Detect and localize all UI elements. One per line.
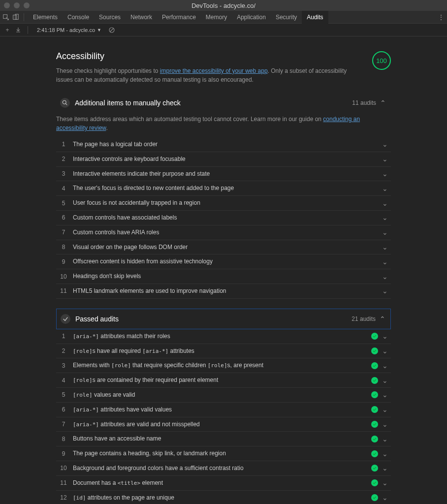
passed-audits-section: Passed audits 21 audits xyxy=(56,309,391,329)
tab-sources[interactable]: Sources xyxy=(94,11,126,24)
expand-chevron-icon[interactable] xyxy=(382,392,389,397)
expand-chevron-icon[interactable] xyxy=(382,422,389,427)
audit-title: Headings don't skip levels xyxy=(69,272,382,281)
tab-elements[interactable]: Elements xyxy=(28,11,63,24)
inspect-element-icon[interactable] xyxy=(2,13,10,21)
expand-chevron-icon[interactable] xyxy=(382,230,389,235)
accessibility-header: Accessibility These checks highlight opp… xyxy=(56,51,391,84)
audit-index: 6 xyxy=(58,214,69,221)
section-count: 21 audits xyxy=(351,315,376,322)
audit-row[interactable]: 6Custom controls have associated labels xyxy=(56,211,391,225)
expand-chevron-icon[interactable] xyxy=(382,274,389,279)
tab-network[interactable]: Network xyxy=(126,11,157,24)
main-content: Accessibility These checks highlight opp… xyxy=(36,36,411,504)
expand-chevron-icon[interactable] xyxy=(382,157,389,161)
expand-chevron-icon[interactable] xyxy=(382,142,389,147)
desc-text: These items address areas which an autom… xyxy=(56,116,323,123)
audit-run-dropdown[interactable]: 2:41:18 PM - adcycle.co ▼ xyxy=(34,26,104,34)
expand-chevron-icon[interactable] xyxy=(382,186,389,191)
audit-title: The user's focus is directed to new cont… xyxy=(69,184,382,192)
expand-chevron-icon[interactable] xyxy=(382,259,389,264)
expand-chevron-icon[interactable] xyxy=(382,480,389,485)
minimize-window-button[interactable] xyxy=(14,2,20,8)
kebab-menu-icon[interactable]: ⋮ xyxy=(437,14,445,21)
audit-row[interactable]: 12[id] attributes on the page are unique xyxy=(56,491,391,504)
expand-chevron-icon[interactable] xyxy=(382,466,389,471)
audit-row[interactable]: 8Buttons have an accessible name xyxy=(56,432,391,446)
expand-chevron-icon[interactable] xyxy=(382,201,389,206)
improve-accessibility-link[interactable]: improve the accessibility of your web ap… xyxy=(160,67,268,74)
expand-chevron-icon[interactable] xyxy=(382,348,389,353)
tab-audits[interactable]: Audits xyxy=(302,11,328,24)
audit-row[interactable]: 4The user's focus is directed to new con… xyxy=(56,181,391,196)
audit-row[interactable]: 6[aria-*] attributes have valid values xyxy=(56,403,391,417)
audit-row[interactable]: 10Headings don't skip levels xyxy=(56,269,391,284)
audit-row[interactable]: 7[aria-*] attributes are valid and not m… xyxy=(56,417,391,432)
audit-row[interactable]: 2[role]s have all required [aria-*] attr… xyxy=(56,344,391,359)
audit-row[interactable]: 9Offscreen content is hidden from assist… xyxy=(56,254,391,269)
audit-row[interactable]: 3Interactive elements indicate their pur… xyxy=(56,167,391,182)
audit-row[interactable]: 5User focus is not accidentally trapped … xyxy=(56,196,391,211)
expand-chevron-icon[interactable] xyxy=(382,245,389,250)
audit-index: 2 xyxy=(58,156,69,162)
collapse-chevron-icon xyxy=(380,99,387,106)
search-icon xyxy=(60,98,70,108)
audit-row[interactable]: 2Interactive controls are keyboard focus… xyxy=(56,152,391,167)
section-title: Additional items to manually check xyxy=(75,99,352,107)
tab-performance[interactable]: Performance xyxy=(157,11,201,24)
pass-status-icon xyxy=(371,377,378,384)
tab-memory[interactable]: Memory xyxy=(201,11,232,24)
tab-application[interactable]: Application xyxy=(232,11,271,24)
svg-point-5 xyxy=(63,100,66,104)
audit-index: 9 xyxy=(58,450,69,457)
download-icon[interactable] xyxy=(15,27,22,33)
tab-security[interactable]: Security xyxy=(271,11,302,24)
audit-title: The page has a logical tab order xyxy=(69,140,382,149)
audit-index: 9 xyxy=(58,258,69,265)
svg-line-4 xyxy=(110,28,113,32)
expand-chevron-icon[interactable] xyxy=(382,363,389,368)
device-toggle-icon[interactable] xyxy=(12,13,20,21)
audit-row[interactable]: 11HTML5 landmark elements are used to im… xyxy=(56,284,391,299)
audit-row[interactable]: 1[aria-*] attributes match their roles xyxy=(56,329,391,344)
audit-row[interactable]: 1The page has a logical tab order xyxy=(56,137,391,152)
expand-chevron-icon[interactable] xyxy=(382,495,389,500)
expand-chevron-icon[interactable] xyxy=(382,437,389,441)
audit-index: 8 xyxy=(58,244,69,251)
audit-row[interactable]: 3Elements with [role] that require speci… xyxy=(56,358,391,373)
passed-audits-header[interactable]: Passed audits 21 audits xyxy=(57,309,390,329)
category-title: Accessibility xyxy=(56,51,362,62)
audit-row[interactable]: 5[role] values are valid xyxy=(56,388,391,403)
audit-title: Buttons have an accessible name xyxy=(69,435,371,443)
expand-chevron-icon[interactable] xyxy=(382,215,389,220)
audit-row[interactable]: 10Background and foreground colors have … xyxy=(56,461,391,476)
manual-checks-section-header[interactable]: Additional items to manually check 11 au… xyxy=(56,93,391,113)
audit-index: 1 xyxy=(58,333,69,340)
audit-row[interactable]: 9The page contains a heading, skip link,… xyxy=(56,446,391,461)
audit-index: 6 xyxy=(58,406,69,413)
expand-chevron-icon[interactable] xyxy=(382,378,389,383)
audit-title: [role]s have all required [aria-*] attri… xyxy=(69,347,371,355)
close-window-button[interactable] xyxy=(4,2,10,8)
clear-icon[interactable] xyxy=(108,27,115,33)
audit-row[interactable]: 4[role]s are contained by their required… xyxy=(56,373,391,388)
audit-index: 10 xyxy=(58,465,69,472)
expand-chevron-icon[interactable] xyxy=(382,171,389,176)
expand-chevron-icon[interactable] xyxy=(382,288,389,293)
tab-console[interactable]: Console xyxy=(63,11,94,24)
new-audit-icon[interactable]: + xyxy=(4,27,11,33)
pass-status-icon xyxy=(371,406,378,413)
expand-chevron-icon[interactable] xyxy=(382,451,389,456)
collapse-chevron-icon xyxy=(380,315,386,322)
score-gauge: 100 xyxy=(372,51,391,70)
expand-chevron-icon[interactable] xyxy=(382,334,389,339)
audit-index: 11 xyxy=(58,287,69,294)
maximize-window-button[interactable] xyxy=(24,2,30,8)
pass-status-icon xyxy=(371,436,378,442)
desc-text: These checks highlight opportunities to xyxy=(56,67,160,74)
expand-chevron-icon[interactable] xyxy=(382,407,389,412)
audit-row[interactable]: 11Document has a <title> element xyxy=(56,476,391,491)
audit-title: Interactive controls are keyboard focusa… xyxy=(69,155,382,163)
audit-row[interactable]: 8Visual order on the page follows DOM or… xyxy=(56,240,391,255)
audit-row[interactable]: 7Custom controls have ARIA roles xyxy=(56,225,391,240)
